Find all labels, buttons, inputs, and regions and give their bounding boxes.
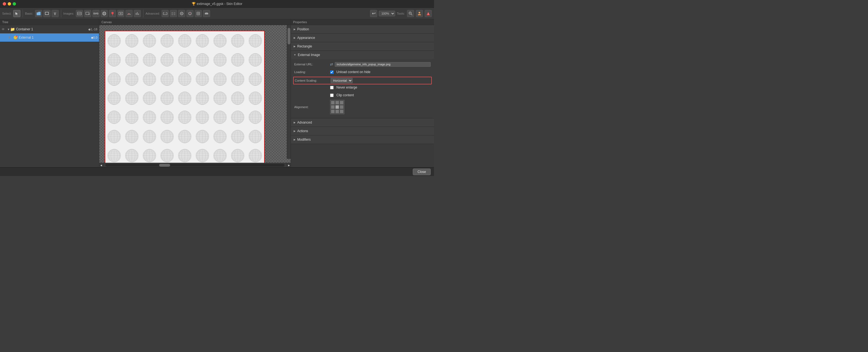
- globe-cell: [141, 108, 158, 127]
- advanced-6-btn[interactable]: [203, 10, 210, 17]
- clip-label: Clip content: [336, 93, 354, 97]
- globe-cell: [176, 31, 193, 50]
- svg-btn[interactable]: SVG: [92, 10, 99, 17]
- align-br[interactable]: [340, 110, 344, 113]
- never-enlarge-checkbox[interactable]: [330, 86, 334, 89]
- scroll-right-btn[interactable]: ▸: [287, 163, 290, 167]
- tool-person-btn[interactable]: [416, 10, 423, 17]
- globe-cell: [229, 146, 247, 163]
- loading-label: Loading:: [294, 70, 330, 74]
- properties-header: Properties: [291, 19, 434, 25]
- scroll-left-btn[interactable]: ◂: [99, 163, 103, 167]
- external-image-arrow: ▼: [293, 54, 296, 56]
- close-window-btn[interactable]: [3, 2, 6, 5]
- advanced-2-btn[interactable]: [170, 10, 177, 17]
- tool-search-btn[interactable]: [407, 10, 414, 17]
- url-input[interactable]: [335, 62, 431, 67]
- select-image-btn[interactable]: [84, 10, 91, 17]
- minimize-window-btn[interactable]: [8, 2, 11, 5]
- prop-section-appearance-header[interactable]: ▶ Appearance: [291, 34, 434, 42]
- tool-warning-btn[interactable]: !: [425, 10, 432, 17]
- globe-cell: [141, 69, 158, 89]
- close-btn[interactable]: Close: [413, 169, 431, 175]
- globe-cell: [105, 127, 123, 146]
- tree-item-container[interactable]: 👁 ▼ 📁 Container 1 ◆1,-18: [0, 25, 99, 33]
- image-btn[interactable]: [76, 10, 83, 17]
- globe-cell: [229, 108, 247, 127]
- select-tool-btn[interactable]: [13, 10, 21, 17]
- gauge-btn[interactable]: [125, 10, 133, 17]
- compass-btn[interactable]: [186, 10, 193, 17]
- canvas-panel: Canvas: [99, 19, 290, 167]
- eye-icon-container[interactable]: 👁: [2, 28, 7, 31]
- globe-cell: [105, 50, 123, 69]
- align-ml[interactable]: [331, 105, 335, 109]
- folder-btn[interactable]: [35, 10, 42, 17]
- globe-cell: [123, 50, 141, 69]
- tree-header: Tree: [0, 19, 99, 25]
- prop-section-external-image-header[interactable]: ▼ External Image: [291, 51, 434, 59]
- rectangle-arrow: ▶: [293, 45, 296, 48]
- rectangle-btn[interactable]: [43, 10, 51, 17]
- svg-rect-20: [174, 14, 175, 15]
- advanced-5-btn[interactable]: [195, 10, 202, 17]
- canvas-scroll-area[interactable]: [99, 25, 290, 163]
- globe-cell: [211, 69, 229, 89]
- globe-btn[interactable]: [101, 10, 108, 17]
- zoom-control: 100% 75% 50% 150% 200%: [379, 11, 395, 16]
- unload-checkbox[interactable]: [330, 70, 334, 74]
- globe-cell: [123, 69, 141, 89]
- align-mc[interactable]: [335, 105, 339, 109]
- photo-btn[interactable]: [117, 10, 124, 17]
- maximize-window-btn[interactable]: [13, 2, 16, 5]
- properties-panel: Properties ▶ Position ▶ Appearance ▶ Rec…: [290, 19, 434, 167]
- text-btn[interactable]: T: [52, 10, 59, 17]
- advanced-1-btn[interactable]: [162, 10, 169, 17]
- svg-text:!: !: [428, 13, 429, 16]
- globe-cell: [123, 31, 141, 50]
- align-bc[interactable]: [335, 110, 339, 113]
- globe-cell: [211, 50, 229, 69]
- bar-chart-btn[interactable]: [134, 10, 141, 17]
- unload-label: Unload content on hide: [336, 70, 370, 74]
- svg-point-8: [112, 12, 114, 14]
- globe-cell: [229, 31, 247, 50]
- prop-section-modifiers-header[interactable]: ▶ Modifiers: [291, 136, 434, 144]
- globe-cell: [211, 89, 229, 108]
- alignment-grid[interactable]: [330, 100, 344, 114]
- zoom-select[interactable]: 100% 75% 50% 150% 200%: [379, 11, 395, 16]
- h-scrollbar[interactable]: [105, 164, 284, 167]
- map-pin-btn[interactable]: [109, 10, 116, 17]
- prop-section-actions-header[interactable]: ▶ Actions: [291, 127, 434, 135]
- h-scrollbar-thumb[interactable]: [159, 164, 170, 167]
- prop-section-advanced-header[interactable]: ▶ Advanced: [291, 118, 434, 127]
- prop-row-scaling: Content Scaling: Horizontal Vertical Bot…: [293, 77, 432, 84]
- scaling-select[interactable]: Horizontal Vertical Both None: [331, 78, 353, 83]
- never-enlarge-value: Never enlarge: [330, 86, 431, 89]
- globe-cell: [141, 31, 158, 50]
- undo-btn[interactable]: ↩: [370, 10, 377, 17]
- tree-item-external[interactable]: 👁 ext External 1 ◆0,0: [0, 33, 99, 42]
- align-bl[interactable]: [331, 110, 335, 113]
- globe-cell: [193, 50, 211, 69]
- alignment-label: Alignment:: [294, 106, 330, 109]
- globe-cell: [193, 108, 211, 127]
- v-scrollbar-thumb[interactable]: [287, 28, 290, 45]
- scaling-label: Content Scaling:: [295, 79, 331, 82]
- eye-icon-external[interactable]: 👁: [8, 36, 13, 39]
- prop-section-position-header[interactable]: ▶ Position: [291, 25, 434, 33]
- globe-cell: [247, 127, 264, 146]
- align-tl[interactable]: [331, 101, 335, 105]
- globe-cell: [158, 146, 176, 163]
- canvas-bottom-bar: ◂ ▸: [99, 163, 290, 167]
- advanced-3-btn[interactable]: [178, 10, 185, 17]
- align-tc[interactable]: [335, 101, 339, 105]
- v-scrollbar[interactable]: [287, 25, 290, 159]
- url-value: ⇄: [330, 62, 431, 67]
- align-mr[interactable]: [340, 105, 344, 109]
- prop-section-rectangle-header[interactable]: ▶ Rectangle: [291, 42, 434, 51]
- tree-arrow-container[interactable]: ▼: [7, 28, 10, 31]
- svg-rect-14: [138, 13, 139, 15]
- align-tr[interactable]: [340, 101, 344, 105]
- clip-checkbox[interactable]: [330, 93, 334, 97]
